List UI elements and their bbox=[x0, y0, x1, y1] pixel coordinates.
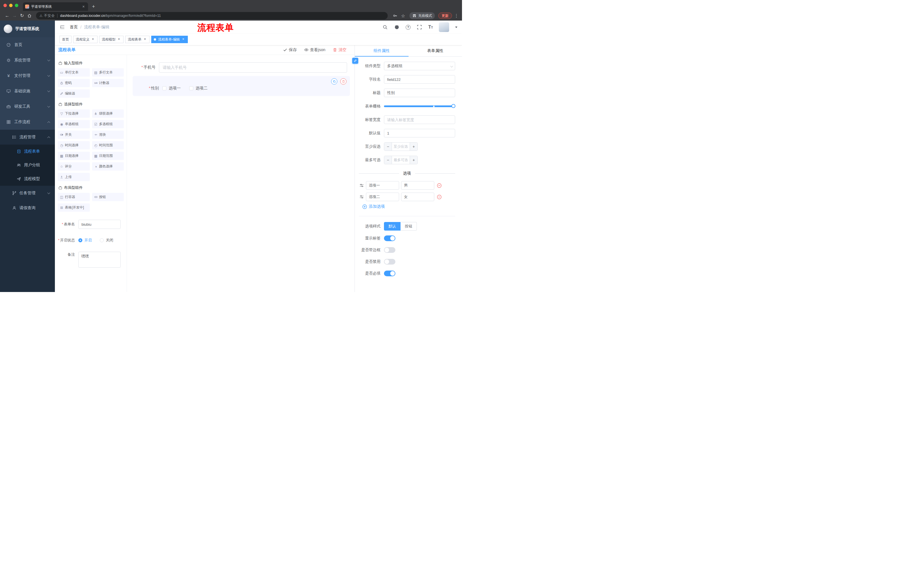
palette-item-rate[interactable]: ☆评分 bbox=[58, 162, 90, 171]
max-select-input[interactable] bbox=[392, 156, 410, 164]
bookmark-star-icon[interactable]: ☆ bbox=[400, 12, 406, 19]
palette-item-time-picker[interactable]: ◷时间选择 bbox=[58, 141, 90, 150]
palette-item-single-line-text[interactable]: ▭单行文本 bbox=[58, 68, 90, 77]
tag-close-icon[interactable]: × bbox=[91, 38, 95, 41]
tag-close-icon[interactable]: × bbox=[143, 38, 147, 41]
tag-process-form-edit[interactable]: 流程表单-编辑× bbox=[151, 36, 188, 43]
palette-item-radio-group[interactable]: ◉单选框组 bbox=[58, 120, 90, 128]
sidebar-item-process-form[interactable]: 流程表单 bbox=[0, 145, 55, 158]
close-window-button[interactable] bbox=[3, 4, 7, 7]
user-avatar[interactable] bbox=[439, 22, 449, 32]
home-button[interactable] bbox=[26, 12, 33, 20]
minimize-window-button[interactable] bbox=[9, 4, 13, 7]
palette-item-color-picker[interactable]: ◑颜色选择 bbox=[92, 162, 124, 171]
palette-item-password[interactable]: 密码 bbox=[58, 79, 90, 87]
palette-item-time-range[interactable]: ◴时间范围 bbox=[92, 141, 124, 150]
decrement-button[interactable]: − bbox=[384, 143, 392, 151]
disabled-toggle[interactable] bbox=[384, 259, 395, 265]
browser-tab[interactable]: 芋道管理系统 × bbox=[23, 2, 88, 11]
label-width-input[interactable] bbox=[384, 115, 455, 124]
sidebar-item-dev-tools[interactable]: 研发工具 bbox=[0, 99, 55, 114]
sidebar-item-task-mgmt[interactable]: 任务管理 bbox=[0, 186, 55, 201]
increment-button[interactable]: + bbox=[410, 156, 417, 164]
back-button[interactable]: ← bbox=[3, 12, 11, 20]
palette-item-button[interactable]: 按钮 bbox=[92, 193, 124, 201]
sidebar-item-infrastructure[interactable]: 基础设施 bbox=[0, 84, 55, 99]
password-key-icon[interactable] bbox=[392, 12, 399, 19]
sidebar-item-payment-mgmt[interactable]: ¥ 支付管理 bbox=[0, 68, 55, 84]
tag-home[interactable]: 首页 bbox=[59, 36, 71, 43]
canvas-field-phone[interactable]: *手机号 bbox=[133, 62, 350, 72]
option-value-input[interactable] bbox=[401, 192, 434, 201]
title-input[interactable] bbox=[384, 89, 455, 97]
palette-item-table[interactable]: ⊞表格[开发中] bbox=[58, 204, 90, 212]
search-icon[interactable] bbox=[382, 24, 388, 30]
slider-handle[interactable] bbox=[451, 104, 455, 108]
tab-form-props[interactable]: 表单属性 bbox=[409, 45, 462, 56]
palette-item-date-range[interactable]: ▦日期范围 bbox=[92, 152, 124, 160]
palette-item-slider[interactable]: 滑块 bbox=[92, 131, 124, 139]
sidebar-item-user-groups[interactable]: 用户分组 bbox=[0, 158, 55, 172]
zoom-window-button[interactable] bbox=[15, 4, 18, 7]
new-tab-button[interactable]: + bbox=[90, 3, 97, 10]
option-style-button[interactable]: 按钮 bbox=[401, 222, 417, 230]
palette-item-textarea[interactable]: ▤多行文本 bbox=[92, 68, 124, 77]
help-icon[interactable]: ? bbox=[406, 25, 411, 30]
remove-option-button[interactable] bbox=[437, 183, 442, 188]
sidebar-item-leave-query[interactable]: 请假查询 bbox=[0, 201, 55, 216]
gender-option-1-checkbox[interactable]: 选项一 bbox=[162, 86, 181, 91]
browser-menu-icon[interactable]: ⋮ bbox=[454, 13, 459, 18]
palette-item-checkbox-group[interactable]: ☑多选框组 bbox=[92, 120, 124, 128]
palette-item-cascader[interactable]: ⋔级联选择 bbox=[92, 109, 124, 118]
sidebar-toggle-icon[interactable] bbox=[59, 24, 65, 30]
github-icon[interactable] bbox=[394, 24, 400, 30]
show-label-toggle[interactable] bbox=[384, 235, 395, 241]
tag-close-icon[interactable]: × bbox=[117, 38, 121, 41]
add-option-button[interactable]: 添加选项 bbox=[362, 204, 455, 209]
browser-update-button[interactable]: 更新 bbox=[438, 13, 452, 19]
sidebar-item-workflow[interactable]: 工作流程 bbox=[0, 114, 55, 130]
decrement-button[interactable]: − bbox=[384, 156, 392, 164]
forward-button[interactable]: → bbox=[11, 12, 18, 20]
component-type-select[interactable]: 多选框组 bbox=[384, 62, 455, 70]
status-radio-open[interactable]: 开启 bbox=[78, 238, 92, 243]
status-radio-closed[interactable]: 关闭 bbox=[100, 238, 113, 243]
copy-component-button[interactable] bbox=[331, 78, 337, 85]
form-canvas[interactable]: *手机号 *性别 选项一 bbox=[127, 55, 355, 292]
palette-item-editor[interactable]: 编辑器 bbox=[58, 89, 90, 98]
tab-component-props[interactable]: 组件属性 bbox=[355, 45, 409, 56]
reload-button[interactable]: ↻ bbox=[18, 12, 26, 20]
tag-close-icon[interactable]: × bbox=[181, 38, 185, 41]
font-size-icon[interactable]: TT bbox=[428, 25, 433, 30]
delete-component-button[interactable] bbox=[340, 78, 346, 85]
tab-close-icon[interactable]: × bbox=[81, 4, 86, 9]
fullscreen-icon[interactable] bbox=[417, 24, 422, 30]
remark-textarea[interactable]: 嘿嘿 bbox=[78, 252, 120, 268]
gender-option-2-checkbox[interactable]: 选项二 bbox=[189, 86, 208, 91]
sidebar-item-process-model[interactable]: 流程模型 bbox=[0, 172, 55, 186]
breadcrumb-home[interactable]: 首页 bbox=[70, 25, 78, 30]
drag-handle-icon[interactable] bbox=[360, 194, 364, 199]
tag-process-form[interactable]: 流程表单× bbox=[125, 36, 150, 43]
palette-item-row-container[interactable]: ◫行容器 bbox=[58, 193, 90, 201]
option-label-input[interactable] bbox=[366, 192, 399, 201]
address-bar[interactable]: ⚠ 不安全 dashboard.yudao.iocoder.cn /bpm/ma… bbox=[36, 12, 388, 20]
min-select-input[interactable] bbox=[392, 143, 410, 151]
tag-process-model[interactable]: 流程模型× bbox=[99, 36, 124, 43]
required-toggle[interactable] bbox=[384, 271, 395, 276]
option-value-input[interactable] bbox=[401, 181, 434, 190]
phone-input[interactable] bbox=[159, 62, 347, 72]
palette-item-date-picker[interactable]: ▦日期选择 bbox=[58, 152, 90, 160]
grid-slider[interactable] bbox=[384, 102, 455, 110]
field-name-input[interactable] bbox=[384, 75, 455, 84]
with-border-toggle[interactable] bbox=[384, 247, 395, 253]
tag-process-definition[interactable]: 流程定义× bbox=[73, 36, 97, 43]
sidebar-item-process-mgmt[interactable]: 流程管理 bbox=[0, 130, 55, 145]
view-json-button[interactable]: 查看json bbox=[304, 48, 325, 53]
palette-item-counter[interactable]: 123计数器 bbox=[92, 79, 124, 87]
option-style-default[interactable]: 默认 bbox=[384, 222, 401, 230]
drag-handle-icon[interactable] bbox=[360, 183, 364, 188]
clear-button[interactable]: 清空 bbox=[333, 48, 346, 53]
increment-button[interactable]: + bbox=[410, 143, 417, 151]
sidebar-item-home[interactable]: 首页 bbox=[0, 37, 55, 53]
